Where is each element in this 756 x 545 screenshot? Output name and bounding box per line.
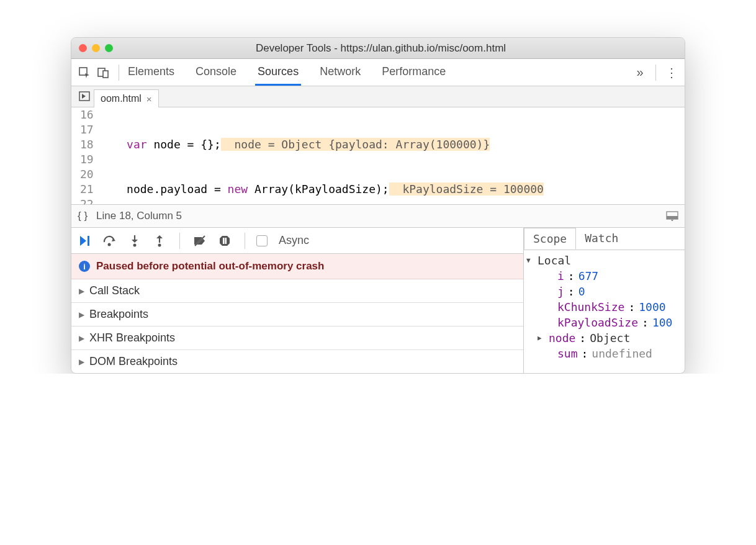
resume-icon[interactable] xyxy=(76,232,94,250)
scope-group-local[interactable]: ▼ Local xyxy=(524,253,685,268)
scope-var[interactable]: sum: undefined xyxy=(524,346,685,361)
svg-rect-13 xyxy=(225,238,227,244)
scope-var[interactable]: j: 0 xyxy=(524,284,685,299)
pretty-print-icon[interactable]: { } xyxy=(78,210,88,222)
line-number: 20 xyxy=(80,167,94,182)
step-over-icon[interactable] xyxy=(101,232,119,250)
var-value: 100 xyxy=(652,316,673,329)
var-name: i xyxy=(557,269,564,282)
file-tab-bar: oom.html × xyxy=(71,86,685,107)
line-number: 21 xyxy=(80,182,94,197)
tab-performance[interactable]: Performance xyxy=(379,59,448,86)
line-number: 19 xyxy=(80,152,94,167)
section-label: Call Stack xyxy=(89,284,140,297)
line-number: 16 xyxy=(80,107,94,122)
scope-body: ▼ Local i: 677 j: 0 kChunkSize: 1000 kPa… xyxy=(524,250,685,366)
call-stack-section[interactable]: ▶ Call Stack xyxy=(71,279,523,303)
inline-value: kPayloadSize = 100000 xyxy=(389,182,544,196)
more-tabs-icon[interactable]: » xyxy=(631,65,649,79)
settings-menu-icon[interactable]: ⋮ xyxy=(662,65,681,80)
disclosure-triangle-icon: ▶ xyxy=(79,310,84,319)
svg-rect-5 xyxy=(667,216,678,219)
svg-point-7 xyxy=(108,243,111,246)
code-line: node.payload = new Array(kPayloadSize); … xyxy=(100,182,685,197)
pause-on-exceptions-icon[interactable] xyxy=(216,232,233,250)
line-number: 17 xyxy=(80,122,94,137)
toolbar-separator xyxy=(179,233,180,249)
tab-elements[interactable]: Elements xyxy=(125,59,177,86)
deactivate-breakpoints-icon[interactable] xyxy=(191,232,209,250)
tab-sources[interactable]: Sources xyxy=(255,59,301,86)
file-tab-oom[interactable]: oom.html × xyxy=(94,89,159,107)
toolbar-separator xyxy=(655,65,656,81)
scope-var[interactable]: i: 677 xyxy=(524,268,685,284)
var-name: j xyxy=(557,285,564,298)
scope-var[interactable]: kChunkSize: 1000 xyxy=(524,299,685,315)
editor-status-bar: { } Line 18, Column 5 xyxy=(71,204,685,228)
debugger-panel: Async i Paused before potential out-of-m… xyxy=(71,228,685,373)
titlebar: Developer Tools - https://ulan.github.io… xyxy=(71,38,685,59)
file-tab-label: oom.html xyxy=(101,93,142,104)
info-icon: i xyxy=(79,261,90,272)
var-name: node xyxy=(549,331,575,345)
tab-watch[interactable]: Watch xyxy=(576,228,627,250)
line-number: 18 xyxy=(80,137,94,152)
inspect-element-icon[interactable] xyxy=(75,63,94,82)
disclosure-triangle-icon: ▶ xyxy=(79,334,84,343)
close-tab-icon[interactable]: × xyxy=(146,94,152,104)
debugger-toolbar: Async xyxy=(71,228,523,254)
scope-var[interactable]: kPayloadSize: 100 xyxy=(524,315,685,330)
section-label: DOM Breakpoints xyxy=(89,355,178,368)
scope-tabs: Scope Watch xyxy=(524,228,685,250)
disclosure-triangle-icon: ▶ xyxy=(79,287,84,295)
scope-group-label: Local xyxy=(538,254,571,267)
scope-var[interactable]: ▶ node: Object xyxy=(524,330,685,346)
tab-console[interactable]: Console xyxy=(193,59,239,86)
code-editor[interactable]: 16 17 18 19 20 21 22 var node = {}; node… xyxy=(71,107,685,204)
coverage-icon[interactable] xyxy=(666,211,678,221)
xhr-breakpoints-section[interactable]: ▶ XHR Breakpoints xyxy=(71,327,523,350)
scope-pane: Scope Watch ▼ Local i: 677 j: 0 kChunkSi… xyxy=(523,228,685,373)
async-label: Async xyxy=(279,234,309,247)
tab-scope[interactable]: Scope xyxy=(524,228,576,250)
debugger-left-pane: Async i Paused before potential out-of-m… xyxy=(71,228,523,373)
svg-rect-12 xyxy=(223,238,225,244)
var-value: 1000 xyxy=(639,300,665,313)
disclosure-triangle-icon: ▶ xyxy=(79,358,84,366)
var-name: sum xyxy=(557,347,578,360)
step-out-icon[interactable] xyxy=(151,232,168,250)
device-toggle-icon[interactable] xyxy=(94,63,112,82)
code-content: var node = {}; node = Object {payload: A… xyxy=(100,107,685,204)
dom-breakpoints-section[interactable]: ▶ DOM Breakpoints xyxy=(71,350,523,373)
line-number: 22 xyxy=(80,197,94,204)
cursor-position: Line 18, Column 5 xyxy=(96,210,182,222)
section-label: XHR Breakpoints xyxy=(89,331,175,345)
tab-network[interactable]: Network xyxy=(317,59,363,86)
toolbar-separator xyxy=(245,233,245,249)
navigator-toggle-icon[interactable] xyxy=(75,86,94,107)
toolbar-separator xyxy=(119,65,119,81)
window-title: Developer Tools - https://ulan.github.io… xyxy=(84,42,677,55)
var-value: undefined xyxy=(592,347,652,360)
async-checkbox[interactable] xyxy=(256,235,268,246)
paused-banner: i Paused before potential out-of-memory … xyxy=(71,254,523,279)
paused-message: Paused before potential out-of-memory cr… xyxy=(96,260,324,272)
breakpoints-section[interactable]: ▶ Breakpoints xyxy=(71,303,523,327)
inline-value: node = Object {payload: Array(100000)} xyxy=(221,138,490,151)
step-into-icon[interactable] xyxy=(126,232,143,250)
code-line: var node = {}; node = Object {payload: A… xyxy=(100,137,685,152)
main-toolbar: Elements Console Sources Network Perform… xyxy=(71,59,685,86)
svg-rect-6 xyxy=(88,236,89,246)
section-label: Breakpoints xyxy=(89,308,148,321)
svg-rect-2 xyxy=(103,71,108,78)
panel-tabs: Elements Console Sources Network Perform… xyxy=(125,59,631,86)
var-name: kPayloadSize xyxy=(557,316,638,329)
line-gutter: 16 17 18 19 20 21 22 xyxy=(71,107,100,204)
disclosure-triangle-icon: ▼ xyxy=(526,256,534,264)
devtools-window: Developer Tools - https://ulan.github.io… xyxy=(71,37,685,374)
svg-point-8 xyxy=(133,243,137,246)
var-value: 677 xyxy=(578,269,599,282)
var-name: kChunkSize xyxy=(557,300,624,313)
svg-point-9 xyxy=(158,243,161,246)
var-value: 0 xyxy=(578,285,585,298)
